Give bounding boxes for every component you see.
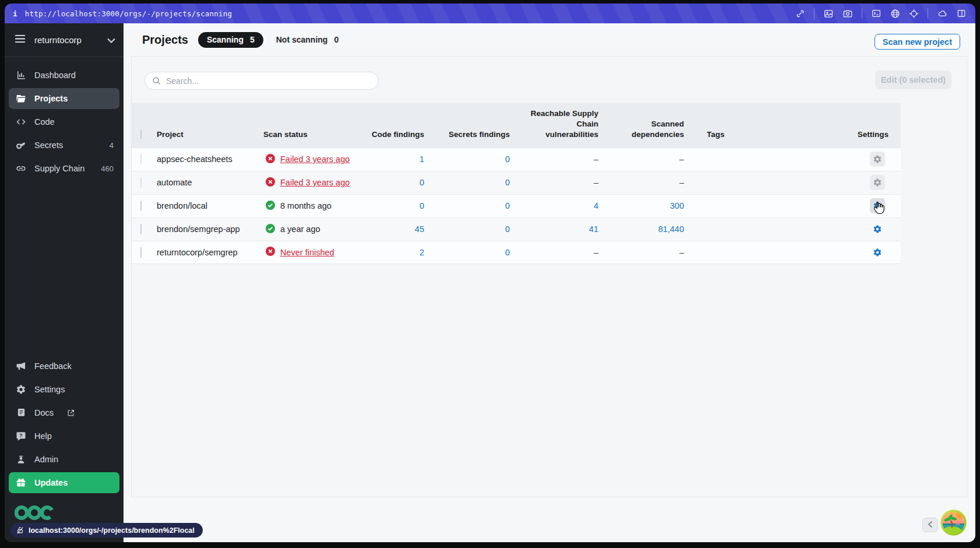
browser-window: i http://localhost:3000/orgs/-/projects/… <box>5 3 975 542</box>
reachable-value[interactable]: 4 <box>510 201 598 210</box>
projects-table: Project Scan status Code findings Secret… <box>132 103 901 264</box>
sidebar-item-dashboard[interactable]: Dashboard <box>9 65 119 86</box>
row-checkbox[interactable] <box>140 177 142 188</box>
column-header-scan-status[interactable]: Scan status <box>263 129 357 140</box>
image-icon[interactable] <box>823 9 834 19</box>
sidebar-item-projects[interactable]: Projects <box>9 88 119 109</box>
table-row: brendon/semgrep-app a year ago 45 0 41 8… <box>132 217 901 241</box>
project-name[interactable]: returntocorp/semgrep <box>157 248 263 257</box>
key-icon <box>16 140 26 150</box>
code-findings-value[interactable]: 0 <box>357 178 424 187</box>
project-settings-gear-icon[interactable] <box>870 222 885 237</box>
terminal-icon[interactable] <box>871 9 882 18</box>
project-settings-gear-icon[interactable] <box>870 152 885 167</box>
scan-new-project-button[interactable]: Scan new project <box>875 34 960 50</box>
table-row: appsec-cheatsheets Failed 3 years ago 1 … <box>132 147 901 171</box>
sidebar-item-code[interactable]: Code <box>9 111 119 132</box>
tab-label: Scanning <box>207 35 244 44</box>
desert-island-icon[interactable] <box>940 510 967 536</box>
row-checkbox[interactable] <box>140 201 142 211</box>
sidebar-item-updates[interactable]: Updates <box>9 472 119 493</box>
column-header-scanned-dependencies[interactable]: Scanned dependencies <box>620 119 684 140</box>
sidebar-item-admin[interactable]: Admin <box>9 449 119 470</box>
secrets-findings-value[interactable]: 0 <box>424 154 510 164</box>
success-check-icon <box>266 224 275 235</box>
gear-icon <box>16 384 26 395</box>
tab-count: 0 <box>334 35 339 44</box>
hamburger-menu-icon[interactable] <box>15 34 26 45</box>
search-box[interactable] <box>144 72 379 90</box>
gift-icon <box>16 477 26 488</box>
project-name[interactable]: brendon/semgrep-app <box>157 224 263 234</box>
sidebar-item-supply-chain[interactable]: Supply Chain 460 <box>9 158 119 179</box>
secrets-count-badge: 4 <box>110 141 114 150</box>
project-settings-gear-icon[interactable] <box>870 198 885 213</box>
scanned-dependencies-value[interactable]: 300 <box>598 201 684 210</box>
failed-x-icon <box>266 154 275 165</box>
edit-selected-button[interactable]: Edit (0 selected) <box>875 71 951 89</box>
folder-icon <box>16 93 26 104</box>
project-settings-gear-icon[interactable] <box>870 245 885 260</box>
tab-scanning[interactable]: Scanning 5 <box>198 32 263 48</box>
failed-x-icon <box>266 247 275 258</box>
row-checkbox[interactable] <box>140 154 142 164</box>
scan-status-link[interactable]: Failed 3 years ago <box>280 178 350 187</box>
sidebar-item-label: Code <box>34 117 55 127</box>
chevron-down-icon[interactable] <box>107 35 115 45</box>
megaphone-icon <box>16 361 26 371</box>
project-settings-gear-icon[interactable] <box>870 175 885 190</box>
secrets-findings-value[interactable]: 0 <box>424 178 510 187</box>
scanned-dependencies-value[interactable]: 81,440 <box>598 224 684 234</box>
reachable-value[interactable]: 41 <box>510 224 598 234</box>
sidebar-item-label: Dashboard <box>34 71 76 80</box>
code-findings-value[interactable]: 2 <box>357 248 424 257</box>
sidebar-item-docs[interactable]: Docs <box>9 402 119 423</box>
secrets-findings-value[interactable]: 0 <box>424 224 510 234</box>
sidebar-item-feedback[interactable]: Feedback <box>9 356 119 377</box>
scan-status-text: 8 months ago <box>280 201 332 210</box>
tab-not-scanning[interactable]: Not scanning 0 <box>276 35 339 44</box>
crosshair-icon[interactable] <box>909 9 919 19</box>
cloud-icon[interactable] <box>937 9 948 18</box>
sidebar-item-secrets[interactable]: Secrets 4 <box>9 135 119 156</box>
column-header-secrets-findings[interactable]: Secrets findings <box>424 129 510 140</box>
sidebar-item-settings[interactable]: Settings <box>9 379 119 400</box>
project-name[interactable]: appsec-cheatsheets <box>157 154 263 164</box>
org-switcher[interactable]: returntocorp <box>5 23 124 57</box>
supply-chain-count-badge: 460 <box>101 164 114 173</box>
url-text[interactable]: http://localhost:3000/orgs/-/projects/sc… <box>25 9 232 18</box>
project-name[interactable]: automate <box>157 178 263 187</box>
row-checkbox[interactable] <box>140 224 142 234</box>
code-findings-value[interactable]: 45 <box>357 224 424 234</box>
divider <box>928 8 928 19</box>
column-header-tags[interactable]: Tags <box>684 129 770 140</box>
select-all-checkbox[interactable] <box>140 129 142 139</box>
code-findings-value[interactable]: 1 <box>357 154 424 164</box>
camera-icon[interactable] <box>842 9 853 19</box>
column-header-project[interactable]: Project <box>157 129 263 140</box>
column-header-code-findings[interactable]: Code findings <box>357 129 424 140</box>
column-header-settings[interactable]: Settings <box>770 129 901 140</box>
page-back-button[interactable] <box>922 518 938 532</box>
sidebar-item-help[interactable]: ? Help <box>9 426 119 447</box>
project-name[interactable]: brendon/local <box>157 201 263 210</box>
info-icon: i <box>13 9 17 18</box>
secrets-findings-value[interactable]: 0 <box>424 248 510 257</box>
chain-link-icon <box>16 163 26 174</box>
scan-status-link[interactable]: Failed 3 years ago <box>280 154 350 164</box>
column-header-reachable-vulnerabilities[interactable]: Reachable Supply Chain vulnerabilities <box>530 108 598 140</box>
org-name: returntocorp <box>34 35 82 45</box>
row-checkbox[interactable] <box>140 247 142 258</box>
link-icon[interactable] <box>795 9 805 19</box>
table-row: returntocorp/semgrep Never finished 2 0 … <box>132 241 901 264</box>
search-icon <box>152 76 161 85</box>
url-bar: i http://localhost:3000/orgs/-/projects/… <box>5 3 975 23</box>
code-findings-value[interactable]: 0 <box>357 201 424 210</box>
svg-text:?: ? <box>19 433 22 438</box>
split-view-icon[interactable] <box>957 9 966 18</box>
success-check-icon <box>266 201 275 212</box>
scan-status-link[interactable]: Never finished <box>280 248 334 257</box>
search-input[interactable] <box>166 76 371 86</box>
secrets-findings-value[interactable]: 0 <box>424 201 510 210</box>
globe-icon[interactable] <box>890 9 900 19</box>
